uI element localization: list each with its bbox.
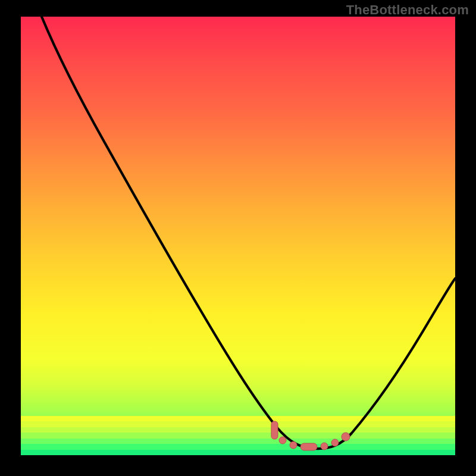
svg-rect-3 (300, 443, 317, 450)
svg-point-2 (290, 441, 297, 449)
bottleneck-curve (42, 17, 455, 449)
plot-area (21, 17, 455, 455)
svg-point-4 (321, 443, 328, 450)
chart-frame: TheBottleneck.com (0, 0, 476, 476)
svg-point-6 (342, 433, 350, 441)
bottleneck-curve-svg (21, 17, 455, 455)
svg-rect-0 (271, 421, 278, 439)
svg-point-1 (279, 437, 286, 444)
svg-point-5 (331, 439, 339, 446)
watermark-text: TheBottleneck.com (346, 2, 469, 18)
